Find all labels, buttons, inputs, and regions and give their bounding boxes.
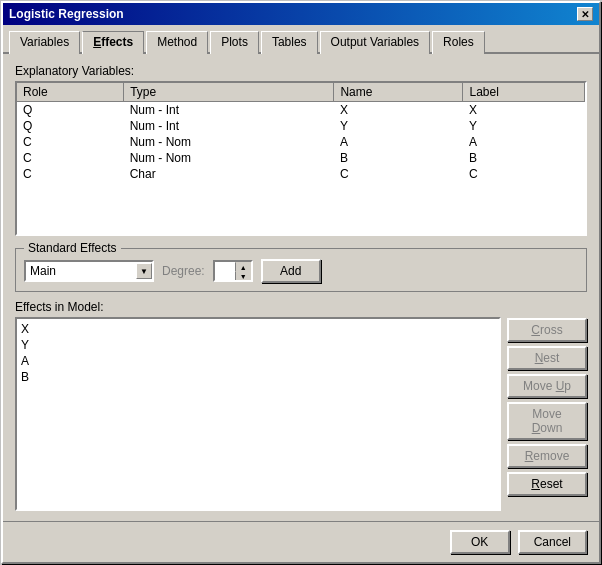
dialog-title: Logistic Regression bbox=[9, 7, 124, 21]
explanatory-label: Explanatory Variables: bbox=[15, 64, 587, 78]
title-bar: Logistic Regression ✕ bbox=[3, 3, 599, 25]
table-row[interactable]: QNum - IntYY bbox=[17, 118, 585, 134]
explanatory-table: Role Type Name Label QNum - IntXXQNum - … bbox=[17, 83, 585, 182]
table-row[interactable]: CCharCC bbox=[17, 166, 585, 182]
effects-list-container: Effects in Model: XYAB bbox=[15, 300, 501, 511]
standard-effects-content: Main 2-Way 3-Way 4-Way 5-Way ▼ Degree: ▲… bbox=[24, 259, 578, 283]
remove-button[interactable]: Remove bbox=[507, 444, 587, 468]
effects-in-model-label: Effects in Model: bbox=[15, 300, 501, 314]
col-role: Role bbox=[17, 83, 124, 102]
table-row[interactable]: CNum - NomAA bbox=[17, 134, 585, 150]
close-button[interactable]: ✕ bbox=[577, 7, 593, 21]
effects-in-model-section: Effects in Model: XYAB Cross Nest Move U… bbox=[15, 300, 587, 511]
tab-tables[interactable]: Tables bbox=[261, 31, 318, 54]
cancel-button[interactable]: Cancel bbox=[518, 530, 587, 554]
table-row[interactable]: CNum - NomBB bbox=[17, 150, 585, 166]
effects-select[interactable]: Main 2-Way 3-Way 4-Way 5-Way bbox=[24, 260, 154, 282]
table-row[interactable]: QNum - IntXX bbox=[17, 102, 585, 119]
tab-effects[interactable]: Effects bbox=[82, 31, 144, 54]
col-name: Name bbox=[334, 83, 463, 102]
tab-method[interactable]: Method bbox=[146, 31, 208, 54]
cross-button[interactable]: Cross bbox=[507, 318, 587, 342]
ok-button[interactable]: OK bbox=[450, 530, 510, 554]
explanatory-section: Explanatory Variables: Role Type Name La… bbox=[15, 64, 587, 236]
explanatory-table-container: Role Type Name Label QNum - IntXXQNum - … bbox=[15, 81, 587, 236]
tab-output-variables[interactable]: Output Variables bbox=[320, 31, 431, 54]
list-item[interactable]: B bbox=[21, 369, 495, 385]
tab-plots[interactable]: Plots bbox=[210, 31, 259, 54]
standard-effects-group: Standard Effects Main 2-Way 3-Way 4-Way … bbox=[15, 248, 587, 292]
list-item[interactable]: Y bbox=[21, 337, 495, 353]
bottom-bar: OK Cancel bbox=[3, 521, 599, 562]
spinner-buttons: ▲ ▼ bbox=[235, 262, 251, 280]
list-item[interactable]: A bbox=[21, 353, 495, 369]
main-content: Explanatory Variables: Role Type Name La… bbox=[3, 54, 599, 521]
degree-spinner: ▲ ▼ bbox=[213, 260, 253, 282]
spinner-up-button[interactable]: ▲ bbox=[235, 262, 251, 271]
tabs-row: Variables Effects Method Plots Tables Ou… bbox=[3, 25, 599, 54]
move-down-button[interactable]: Move Down bbox=[507, 402, 587, 440]
move-up-button[interactable]: Move Up bbox=[507, 374, 587, 398]
add-button[interactable]: Add bbox=[261, 259, 321, 283]
effects-list[interactable]: XYAB bbox=[15, 317, 501, 511]
effects-select-wrapper: Main 2-Way 3-Way 4-Way 5-Way ▼ bbox=[24, 260, 154, 282]
list-item[interactable]: X bbox=[21, 321, 495, 337]
standard-effects-label: Standard Effects bbox=[24, 241, 121, 255]
col-type: Type bbox=[124, 83, 334, 102]
tab-variables[interactable]: Variables bbox=[9, 31, 80, 54]
col-label: Label bbox=[463, 83, 585, 102]
nest-button[interactable]: Nest bbox=[507, 346, 587, 370]
spinner-down-button[interactable]: ▼ bbox=[235, 271, 251, 280]
dialog: Logistic Regression ✕ Variables Effects … bbox=[1, 1, 601, 564]
reset-button[interactable]: Reset bbox=[507, 472, 587, 496]
tab-roles[interactable]: Roles bbox=[432, 31, 485, 54]
side-buttons-panel: Cross Nest Move Up Move Down Remove Rese… bbox=[507, 300, 587, 511]
degree-label: Degree: bbox=[162, 264, 205, 278]
